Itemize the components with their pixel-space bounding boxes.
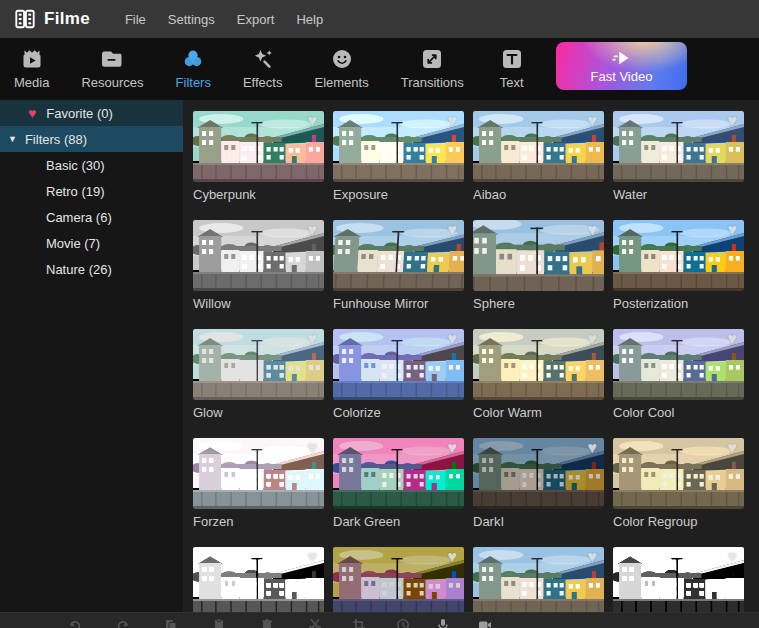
filter-thumbnail[interactable] [473, 547, 604, 612]
tab-resources[interactable]: Resources [75, 38, 149, 90]
filter-thumbnail[interactable] [613, 111, 744, 182]
filter-thumbnail[interactable] [333, 220, 464, 291]
filter-thumbnail[interactable] [613, 547, 744, 612]
filter-card-forzen[interactable]: ♥Forzen [193, 438, 324, 547]
filter-thumbnail[interactable] [613, 438, 744, 509]
favorite-heart-icon[interactable]: ♥ [448, 440, 458, 456]
filter-thumbnail[interactable] [333, 111, 464, 182]
category-label: Retro (19) [46, 184, 105, 199]
tab-media[interactable]: Media [8, 38, 55, 90]
tab-filters[interactable]: Filters [170, 38, 217, 90]
filter-card[interactable]: ♥ [333, 547, 464, 612]
filter-thumbnail[interactable] [473, 111, 604, 182]
category-label: Nature (26) [46, 262, 112, 277]
filter-card-color-regroup[interactable]: ♥Color Regroup [613, 438, 744, 547]
favorite-heart-icon[interactable]: ♥ [588, 113, 598, 129]
filter-card-glow[interactable]: ♥Glow [193, 329, 324, 438]
scissors-icon[interactable] [308, 618, 322, 628]
tab-list: MediaResourcesFiltersEffectsElementsTran… [8, 38, 619, 90]
favorite-heart-icon[interactable]: ♥ [308, 549, 318, 565]
filter-card[interactable]: ♥ [193, 547, 324, 612]
copy-icon[interactable] [164, 618, 178, 628]
voiceover-mic-icon[interactable] [436, 618, 450, 628]
record-camera-icon[interactable] [478, 618, 492, 628]
filter-thumbnail[interactable] [333, 438, 464, 509]
sidebar-item-favorite[interactable]: ♥ Favorite (0) [0, 100, 183, 126]
menu-item-help[interactable]: Help [285, 8, 334, 31]
favorite-heart-icon[interactable]: ♥ [728, 440, 738, 456]
app-title: Filme [44, 9, 90, 29]
transitions-icon [419, 46, 445, 72]
filter-thumbnail[interactable] [193, 220, 324, 291]
filter-thumbnail[interactable] [473, 220, 604, 291]
sidebar-item-movie[interactable]: Movie (7) [0, 230, 183, 256]
filter-card-cyberpunk[interactable]: ♥Cyberpunk [193, 111, 324, 220]
filter-card-funhouse-mirror[interactable]: ♥Funhouse Mirror [333, 220, 464, 329]
sidebar-item-nature[interactable]: Nature (26) [0, 256, 183, 282]
menu-item-settings[interactable]: Settings [157, 8, 226, 31]
sidebar-item-basic[interactable]: Basic (30) [0, 152, 183, 178]
tab-text[interactable]: Text [490, 38, 534, 90]
filter-card-color-warm[interactable]: ♥Color Warm [473, 329, 604, 438]
filter-card-sphere[interactable]: ♥Sphere [473, 220, 604, 329]
favorite-heart-icon[interactable]: ♥ [588, 440, 598, 456]
filter-thumbnail[interactable] [193, 438, 324, 509]
filter-card[interactable]: ♥ [613, 547, 744, 612]
favorite-heart-icon[interactable]: ♥ [308, 331, 318, 347]
redo-icon[interactable] [116, 618, 130, 628]
favorite-heart-icon[interactable]: ♥ [448, 113, 458, 129]
favorite-heart-icon[interactable]: ♥ [728, 222, 738, 238]
filter-thumbnail[interactable] [613, 329, 744, 400]
favorite-heart-icon[interactable]: ♥ [728, 331, 738, 347]
sidebar-item-retro[interactable]: Retro (19) [0, 178, 183, 204]
filter-card-exposure[interactable]: ♥Exposure [333, 111, 464, 220]
filter-card-water[interactable]: ♥Water [613, 111, 744, 220]
favorite-label: Favorite (0) [46, 106, 112, 121]
filter-card-dark-green[interactable]: ♥Dark Green [333, 438, 464, 547]
filter-card-color-cool[interactable]: ♥Color Cool [613, 329, 744, 438]
filter-thumbnail[interactable] [193, 111, 324, 182]
tab-label: Resources [81, 75, 143, 90]
filter-thumbnail[interactable] [473, 329, 604, 400]
fast-video-button[interactable]: Fast Video [556, 42, 687, 90]
filter-card-colorize[interactable]: ♥Colorize [333, 329, 464, 438]
favorite-heart-icon[interactable]: ♥ [448, 222, 458, 238]
filters-icon [180, 46, 206, 72]
filter-thumbnail[interactable] [333, 547, 464, 612]
favorite-heart-icon[interactable]: ♥ [728, 549, 738, 565]
expand-triangle-icon[interactable]: ▼ [8, 134, 17, 144]
tab-transitions[interactable]: Transitions [395, 38, 470, 90]
filter-thumbnail[interactable] [613, 220, 744, 291]
favorite-heart-icon[interactable]: ♥ [308, 222, 318, 238]
favorite-heart-icon[interactable]: ♥ [588, 549, 598, 565]
trash-icon[interactable] [260, 618, 274, 628]
timeline-toolbar [0, 612, 759, 628]
filter-card-willow[interactable]: ♥Willow [193, 220, 324, 329]
sidebar-item-camera[interactable]: Camera (6) [0, 204, 183, 230]
filter-card-posterization[interactable]: ♥Posterization [613, 220, 744, 329]
filter-thumbnail[interactable] [193, 329, 324, 400]
filter-card-darki[interactable]: ♥DarkI [473, 438, 604, 547]
favorite-heart-icon[interactable]: ♥ [308, 440, 318, 456]
tab-elements[interactable]: Elements [308, 38, 374, 90]
sidebar-item-filters-group[interactable]: ▼ Filters (88) [0, 126, 183, 152]
filter-thumbnail[interactable] [193, 547, 324, 612]
undo-icon[interactable] [68, 618, 82, 628]
favorite-heart-icon[interactable]: ♥ [588, 331, 598, 347]
menu-item-file[interactable]: File [114, 8, 157, 31]
menu-item-export[interactable]: Export [226, 8, 286, 31]
favorite-heart-icon[interactable]: ♥ [728, 113, 738, 129]
filter-thumbnail[interactable] [473, 438, 604, 509]
filter-card[interactable]: ♥ [473, 547, 604, 612]
clipboard-icon[interactable] [212, 618, 226, 628]
favorite-heart-icon[interactable]: ♥ [448, 331, 458, 347]
filter-thumbnail[interactable] [333, 329, 464, 400]
tab-effects[interactable]: Effects [237, 38, 289, 90]
favorite-heart-icon[interactable]: ♥ [588, 222, 598, 238]
crop-icon[interactable] [352, 618, 366, 628]
filter-name: Posterization [613, 296, 744, 311]
speed-icon[interactable] [396, 618, 410, 628]
favorite-heart-icon[interactable]: ♥ [308, 113, 318, 129]
favorite-heart-icon[interactable]: ♥ [448, 549, 458, 565]
filter-card-aibao[interactable]: ♥Aibao [473, 111, 604, 220]
